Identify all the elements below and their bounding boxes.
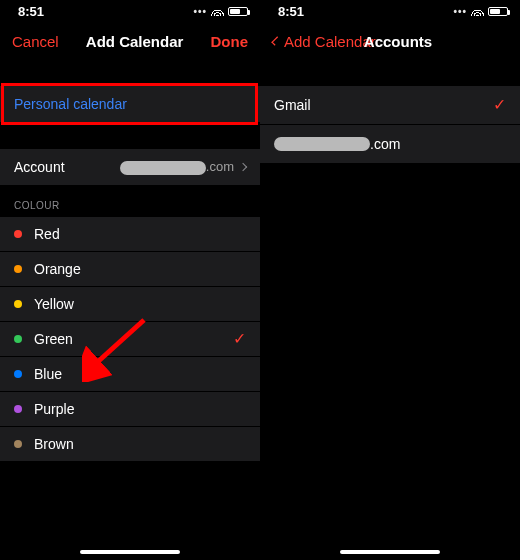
colour-label: Yellow [34, 296, 74, 312]
colour-row[interactable]: Purple [0, 392, 260, 427]
colour-list: RedOrangeYellowGreen✓BluePurpleBrown [0, 217, 260, 461]
cellular-icon: ••• [193, 6, 207, 17]
back-button[interactable]: Add Calendar [272, 33, 376, 50]
account-row[interactable]: Gmail✓ [260, 86, 520, 125]
colour-label: Green [34, 331, 73, 347]
account-label: Account [14, 159, 65, 175]
nav-bar: Add Calendar Accounts [260, 22, 520, 60]
home-indicator [340, 550, 440, 554]
account-suffix: .com [370, 136, 400, 152]
colour-swatch [14, 370, 22, 378]
colour-label: Brown [34, 436, 74, 452]
accounts-list: Gmail✓.com [260, 86, 520, 164]
calendar-name-field[interactable]: Personal calendar [0, 86, 260, 123]
content-area: Gmail✓.com [260, 60, 520, 560]
colour-swatch [14, 405, 22, 413]
nav-title: Accounts [364, 33, 432, 50]
colour-swatch [14, 440, 22, 448]
back-label: Add Calendar [284, 33, 376, 50]
cellular-icon: ••• [453, 6, 467, 17]
colour-label: Orange [34, 261, 81, 277]
colour-swatch [14, 300, 22, 308]
content-area: Personal calendar Account .com COLOUR Re… [0, 60, 260, 560]
screenshot-left: 8:51 ••• Cancel Add Calendar Done Person… [0, 0, 260, 560]
colour-section-header: COLOUR [0, 186, 260, 217]
colour-swatch [14, 230, 22, 238]
battery-icon [228, 7, 248, 16]
colour-row[interactable]: Blue [0, 357, 260, 392]
colour-swatch [14, 335, 22, 343]
wifi-icon [471, 7, 484, 16]
account-row[interactable]: .com [260, 125, 520, 164]
checkmark-icon: ✓ [233, 331, 246, 347]
colour-label: Red [34, 226, 60, 242]
colour-label: Blue [34, 366, 62, 382]
colour-row[interactable]: Yellow [0, 287, 260, 322]
colour-label: Purple [34, 401, 74, 417]
status-time: 8:51 [18, 4, 44, 19]
cancel-button[interactable]: Cancel [12, 33, 59, 50]
colour-swatch [14, 265, 22, 273]
nav-title: Add Calendar [86, 33, 184, 50]
wifi-icon [211, 7, 224, 16]
account-row[interactable]: Account .com [0, 149, 260, 186]
home-indicator [80, 550, 180, 554]
account-name: Gmail [274, 97, 311, 113]
nav-bar: Cancel Add Calendar Done [0, 22, 260, 60]
status-bar: 8:51 ••• [0, 0, 260, 22]
colour-row[interactable]: Orange [0, 252, 260, 287]
calendar-name-value: Personal calendar [14, 96, 127, 112]
status-time: 8:51 [278, 4, 304, 19]
account-value: .com [120, 159, 234, 175]
chevron-left-icon [271, 36, 280, 45]
colour-row[interactable]: Green✓ [0, 322, 260, 357]
redacted-text [120, 161, 206, 175]
battery-icon [488, 7, 508, 16]
screenshot-right: 8:51 ••• Add Calendar Accounts Gmail✓.co… [260, 0, 520, 560]
status-bar: 8:51 ••• [260, 0, 520, 22]
chevron-right-icon [239, 163, 247, 171]
colour-row[interactable]: Brown [0, 427, 260, 461]
checkmark-icon: ✓ [493, 97, 506, 113]
done-button[interactable]: Done [211, 33, 249, 50]
redacted-text [274, 137, 370, 151]
colour-row[interactable]: Red [0, 217, 260, 252]
